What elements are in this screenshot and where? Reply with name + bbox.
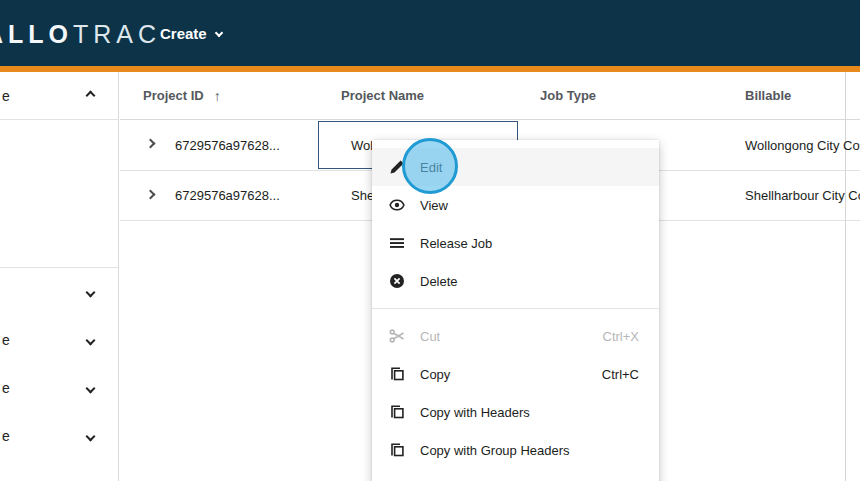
eye-icon bbox=[389, 197, 405, 213]
logo-text-bold: ALLO bbox=[0, 20, 73, 48]
sidebar-item-collapsed-1[interactable] bbox=[0, 268, 118, 316]
menu-lines-icon bbox=[389, 235, 405, 251]
menu-item-edit[interactable]: Edit bbox=[372, 148, 659, 186]
menu-shortcut: Ctrl+X bbox=[603, 329, 639, 344]
pencil-icon bbox=[389, 159, 405, 175]
orange-accent-bar bbox=[0, 66, 860, 72]
top-navigation-bar: ALLOTRAC Create bbox=[0, 0, 860, 66]
menu-shortcut: Ctrl+C bbox=[602, 367, 639, 382]
logo-text-light: TRAC bbox=[73, 20, 161, 48]
create-menu-button[interactable]: Create bbox=[160, 0, 222, 66]
row-expand-icon[interactable] bbox=[146, 139, 156, 149]
chevron-up-icon bbox=[86, 91, 96, 101]
sort-asc-icon[interactable]: ↑ bbox=[214, 88, 221, 104]
menu-item-label: Cut bbox=[420, 329, 440, 344]
menu-item-cut[interactable]: Cut Ctrl+X bbox=[372, 317, 659, 355]
column-header-project-name[interactable]: Project Name bbox=[341, 72, 424, 119]
cell-billable[interactable]: Wollongong City Cou bbox=[745, 120, 860, 170]
row-expand-icon[interactable] bbox=[146, 189, 156, 199]
menu-item-delete[interactable]: Delete bbox=[372, 262, 659, 300]
cell-project-id[interactable]: 6729576a97628... bbox=[175, 120, 280, 170]
column-header-billable[interactable]: Billable bbox=[745, 72, 791, 119]
column-header-job-type[interactable]: Job Type bbox=[540, 72, 596, 119]
scissors-icon bbox=[389, 328, 405, 344]
chevron-down-icon bbox=[214, 29, 222, 37]
cell-project-id[interactable]: 6729576a97628... bbox=[175, 171, 280, 220]
chevron-down-icon bbox=[86, 335, 96, 345]
menu-item-label: Copy with Group Headers bbox=[420, 443, 570, 458]
menu-item-label: Copy bbox=[420, 367, 450, 382]
create-menu-label: Create bbox=[160, 25, 207, 42]
menu-item-label: Delete bbox=[420, 274, 458, 289]
cell-billable[interactable]: Shellharbour City Co bbox=[745, 171, 860, 220]
column-header-project-id[interactable]: Project ID ↑ bbox=[143, 72, 221, 119]
copy-icon bbox=[389, 404, 405, 420]
sidebar-item-expanded[interactable]: e bbox=[0, 72, 118, 120]
chevron-down-icon bbox=[86, 287, 96, 297]
menu-item-label: Release Job bbox=[420, 236, 492, 251]
sidebar-item-label: e bbox=[2, 428, 10, 444]
allotrac-logo: ALLOTRAC bbox=[0, 20, 161, 49]
menu-item-copy-with-headers[interactable]: Copy with Headers bbox=[372, 393, 659, 431]
menu-item-label: Edit bbox=[420, 160, 442, 175]
table-header-row: Project ID ↑ Project Name Job Type Billa… bbox=[120, 72, 860, 120]
chevron-down-icon bbox=[86, 431, 96, 441]
sidebar-item-label: e bbox=[2, 332, 10, 348]
filters-sidebar: e e e e bbox=[0, 72, 119, 481]
context-menu: Edit View Release Job Delete Cut Ctrl+ bbox=[372, 140, 659, 481]
sidebar-item-label: e bbox=[2, 380, 10, 396]
menu-item-label: Copy with Headers bbox=[420, 405, 530, 420]
sidebar-item-collapsed-3[interactable]: e bbox=[0, 364, 118, 412]
sidebar-item-collapsed-2[interactable]: e bbox=[0, 316, 118, 364]
sidebar-item-collapsed-4[interactable]: e bbox=[0, 412, 118, 460]
menu-item-copy[interactable]: Copy Ctrl+C bbox=[372, 355, 659, 393]
copy-icon bbox=[389, 442, 405, 458]
chevron-down-icon bbox=[86, 383, 96, 393]
delete-circle-icon bbox=[389, 273, 405, 289]
menu-item-label: View bbox=[420, 198, 448, 213]
menu-separator bbox=[372, 308, 659, 309]
menu-item-view[interactable]: View bbox=[372, 186, 659, 224]
sidebar-expanded-panel bbox=[0, 120, 118, 267]
sidebar-item-label: e bbox=[2, 88, 10, 104]
copy-icon bbox=[389, 366, 405, 382]
menu-item-copy-with-group-headers[interactable]: Copy with Group Headers bbox=[372, 431, 659, 469]
menu-item-release-job[interactable]: Release Job bbox=[372, 224, 659, 262]
